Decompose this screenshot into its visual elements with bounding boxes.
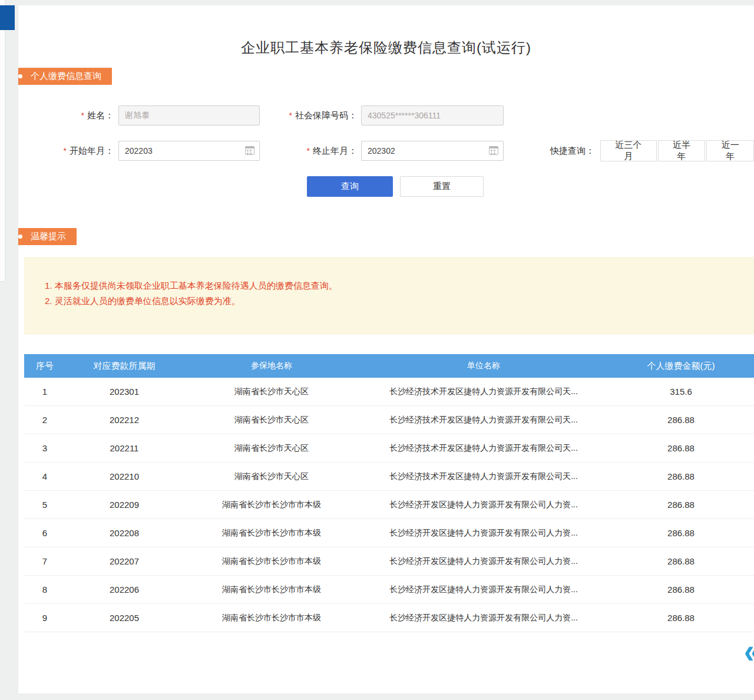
end-date-label: *终止年月： [230, 141, 357, 161]
cell-region: 湖南省长沙市天心区 [183, 443, 360, 454]
cell-region: 湖南省长沙市长沙市市本级 [183, 528, 360, 539]
cell-seq: 5 [24, 500, 65, 510]
cell-amount: 286.88 [607, 585, 754, 595]
required-marker: * [307, 146, 310, 156]
cell-period: 202208 [65, 528, 183, 538]
cell-amount: 286.88 [607, 613, 754, 623]
cell-seq: 1 [24, 387, 65, 397]
cell-period: 202209 [65, 500, 183, 510]
start-date-label: *开始年月： [48, 141, 114, 161]
cell-region: 湖南省长沙市长沙市市本级 [183, 613, 360, 623]
section-badge-tips-label: 温馨提示 [31, 231, 66, 242]
warning-notice: 1. 本服务仅提供尚未领取企业职工基本养老保险待遇人员的缴费信息查询。 2. 灵… [24, 257, 754, 335]
bullet-icon [18, 235, 22, 239]
ssn-field[interactable] [361, 105, 504, 126]
cell-period: 202210 [65, 471, 183, 481]
cell-period: 202205 [65, 613, 183, 623]
table-row: 3 202211 湖南省长沙市天心区 长沙经济技术开发区捷特人力资源开发有限公司… [24, 434, 754, 463]
cell-company: 长沙经济技术开发区捷特人力资源开发有限公司天... [360, 443, 607, 454]
required-marker: * [289, 111, 292, 120]
warning-line-1: 1. 本服务仅提供尚未领取企业职工基本养老保险待遇人员的缴费信息查询。 [45, 278, 754, 293]
results-table: 序号 对应费款所属期 参保地名称 单位名称 个人缴费金额(元) 1 202301… [24, 354, 754, 632]
ssn-label: *社会保障号码： [230, 105, 357, 126]
cell-region: 湖南省长沙市天心区 [183, 415, 360, 425]
header-region: 参保地名称 [183, 361, 360, 371]
warning-line-2: 2. 灵活就业人员的缴费单位信息以实际缴费为准。 [45, 293, 754, 309]
cell-amount: 286.88 [607, 528, 754, 538]
quick-query-label: 快捷查询： [550, 140, 594, 161]
cell-region: 湖南省长沙市天心区 [183, 471, 360, 482]
cell-company: 长沙经济技术开发区捷特人力资源开发有限公司天... [360, 471, 607, 482]
calendar-icon[interactable] [489, 146, 498, 155]
end-date-field[interactable] [361, 141, 504, 161]
cell-company: 长沙经济技术开发区捷特人力资源开发有限公司天... [360, 415, 607, 425]
header-amount: 个人缴费金额(元) [607, 361, 754, 372]
table-header-row: 序号 对应费款所属期 参保地名称 单位名称 个人缴费金额(元) [24, 354, 754, 378]
cell-amount: 286.88 [607, 471, 754, 481]
collapse-chevron-icon[interactable]: « [744, 635, 754, 666]
required-marker: * [64, 146, 67, 156]
corner-brand-block [0, 5, 15, 30]
cell-seq: 8 [24, 585, 65, 595]
table-row: 9 202205 湖南省长沙市长沙市市本级 长沙经济开发区捷特人力资源开发有限公… [24, 604, 754, 632]
cell-region: 湖南省长沙市长沙市市本级 [183, 556, 360, 567]
page-title: 企业职工基本养老保险缴费信息查询(试运行) [18, 38, 754, 57]
cell-region: 湖南省长沙市长沙市市本级 [183, 585, 360, 595]
cell-seq: 2 [24, 415, 65, 425]
ribbon-fold [18, 245, 19, 250]
cell-amount: 286.88 [607, 415, 754, 425]
cell-amount: 286.88 [607, 443, 754, 453]
ribbon-fold [18, 85, 19, 90]
cell-seq: 6 [24, 528, 65, 538]
cell-seq: 7 [24, 556, 65, 566]
cell-period: 202301 [65, 387, 183, 397]
name-label: *姓名： [48, 105, 114, 126]
cell-company: 长沙经济开发区捷特人力资源开发有限公司人力资... [360, 528, 607, 539]
cell-amount: 286.88 [607, 556, 754, 566]
end-date-wrap [361, 141, 504, 161]
quick-query-group: 近三个月 近半年 近一年 [599, 140, 754, 161]
cell-period: 202211 [65, 443, 183, 453]
query-button[interactable]: 查询 [307, 176, 393, 197]
quick-btn-3months[interactable]: 近三个月 [600, 140, 657, 161]
cell-amount: 286.88 [607, 500, 754, 510]
table-row: 5 202209 湖南省长沙市长沙市市本级 长沙经济开发区捷特人力资源开发有限公… [24, 491, 754, 519]
cell-company: 长沙经济开发区捷特人力资源开发有限公司人力资... [360, 613, 607, 623]
header-period: 对应费款所属期 [65, 361, 183, 372]
cell-region: 湖南省长沙市长沙市市本级 [183, 500, 360, 510]
cell-company: 长沙经济开发区捷特人力资源开发有限公司人力资... [360, 556, 607, 567]
table-row: 1 202301 湖南省长沙市天心区 长沙经济技术开发区捷特人力资源开发有限公司… [24, 378, 754, 406]
quick-btn-year[interactable]: 近一年 [706, 140, 754, 161]
reset-button[interactable]: 重置 [400, 176, 484, 197]
collapsed-sidebar [0, 0, 5, 282]
bullet-icon [18, 74, 22, 78]
section-badge-query: 个人缴费信息查询 [18, 68, 112, 85]
section-badge-tips: 温馨提示 [18, 228, 77, 245]
quick-btn-halfyear[interactable]: 近半年 [658, 140, 706, 161]
cell-period: 202206 [65, 585, 183, 595]
cell-seq: 4 [24, 471, 65, 481]
table-row: 6 202208 湖南省长沙市长沙市市本级 长沙经济开发区捷特人力资源开发有限公… [24, 519, 754, 547]
table-row: 7 202207 湖南省长沙市长沙市市本级 长沙经济开发区捷特人力资源开发有限公… [24, 547, 754, 576]
cell-period: 202212 [65, 415, 183, 425]
header-seq: 序号 [24, 361, 65, 372]
cell-period: 202207 [65, 556, 183, 566]
section-badge-query-label: 个人缴费信息查询 [31, 71, 101, 82]
cell-region: 湖南省长沙市天心区 [183, 387, 360, 397]
cell-company: 长沙经济开发区捷特人力资源开发有限公司人力资... [360, 585, 607, 595]
table-row: 4 202210 湖南省长沙市天心区 长沙经济技术开发区捷特人力资源开发有限公司… [24, 463, 754, 491]
cell-seq: 3 [24, 443, 65, 453]
required-marker: * [81, 111, 84, 120]
header-company: 单位名称 [360, 361, 607, 371]
table-row: 8 202206 湖南省长沙市长沙市市本级 长沙经济开发区捷特人力资源开发有限公… [24, 576, 754, 604]
cell-company: 长沙经济开发区捷特人力资源开发有限公司人力资... [360, 500, 607, 510]
main-panel: 企业职工基本养老保险缴费信息查询(试运行) 个人缴费信息查询 *姓名： *社会保… [18, 5, 754, 694]
cell-company: 长沙经济技术开发区捷特人力资源开发有限公司天... [360, 387, 607, 397]
cell-amount: 315.6 [607, 387, 754, 397]
cell-seq: 9 [24, 613, 65, 623]
table-row: 2 202212 湖南省长沙市天心区 长沙经济技术开发区捷特人力资源开发有限公司… [24, 406, 754, 434]
